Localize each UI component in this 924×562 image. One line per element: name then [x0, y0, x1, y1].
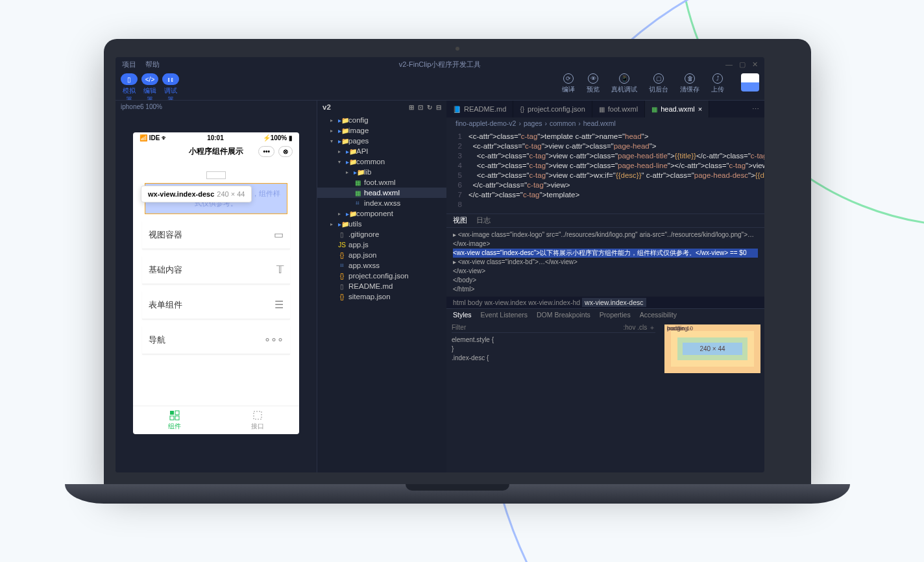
dom-breadcrumbs[interactable]: html body wx-view.index wx-view.index-hd… [446, 297, 764, 308]
toolbar-清缓存[interactable]: 🗑清缓存 [680, 73, 699, 94]
maximize-icon[interactable]: ▢ [739, 60, 746, 69]
tree-item[interactable]: {}app.json [317, 250, 446, 260]
tree-item[interactable]: {}sitemap.json [317, 291, 446, 302]
styles-tab[interactable]: Properties [600, 311, 631, 319]
tree-item[interactable]: ▦head.wxml [317, 188, 446, 198]
menubar: 项目 帮助 v2-FinClip小程序开发工具 — ▢ ✕ [116, 57, 764, 71]
phone-simulator: 📶 IDE ᯤ 10:01 ⚡100% ▮ 小程序组件展示 ••• ⊗ wx-v… [133, 132, 299, 434]
tree-item[interactable]: ▦foot.wxml [317, 177, 446, 188]
capsule-close-icon[interactable]: ⊗ [278, 146, 293, 157]
code-line[interactable]: </c-attr">class="c-tag">template> [468, 190, 764, 200]
editor-tab[interactable]: ▦foot.wxml [592, 101, 645, 117]
tree-item[interactable]: ▸▸📁API [317, 146, 446, 156]
tree-item[interactable]: ▸▸📁component [317, 208, 446, 219]
editor-tab[interactable]: {}project.config.json [513, 101, 592, 117]
code-line[interactable]: <c-attr">class="c-tag">template c-attr">… [468, 132, 764, 141]
device-info: iphone6 100% [116, 101, 317, 113]
code-line[interactable]: <c-attr">class="c-tag">view c-attr">clas… [468, 161, 764, 171]
pill-debugger[interactable]: ⫾⫾ [162, 73, 179, 85]
status-right: ⚡100% ▮ [263, 134, 293, 141]
tabbar-components[interactable]: 组件 [133, 406, 216, 434]
editor-tab[interactable]: ▦head.wxml× [645, 101, 709, 117]
new-folder-icon[interactable]: ⊡ [418, 104, 423, 111]
pill-simulator[interactable]: ▯ [121, 73, 138, 85]
styles-tab[interactable]: Accessibility [640, 311, 677, 319]
status-left: 📶 IDE ᯤ [140, 134, 168, 141]
toolbar-预览[interactable]: 👁预览 [587, 73, 600, 94]
svg-rect-2 [170, 416, 174, 420]
code-line[interactable]: <c-attr">class="c-tag">view c-attr">clas… [468, 151, 764, 161]
close-icon[interactable]: ✕ [752, 60, 758, 69]
refresh-icon[interactable]: ↻ [427, 104, 432, 111]
breadcrumbs: fino-applet-demo-v2›pages›common›head.wx… [446, 117, 764, 129]
status-time: 10:01 [207, 134, 224, 141]
new-file-icon[interactable]: ⊞ [409, 104, 414, 111]
tree-item[interactable]: ▸▸📁lib [317, 167, 446, 177]
explorer-root[interactable]: v2 [322, 103, 331, 111]
styles-tab[interactable]: Styles [453, 311, 472, 319]
tree-item[interactable]: ▾▸📁common [317, 156, 446, 167]
editor-tabs: 📘README.md{}project.config.json▦foot.wxm… [446, 101, 764, 117]
tree-item[interactable]: {}project.config.json [317, 271, 446, 281]
window-title: v2-FinClip小程序开发工具 [399, 60, 481, 69]
inspector-tooltip: wx-view.index-desc240 × 44 [141, 186, 252, 202]
toolbar-真机调试[interactable]: 📱真机调试 [611, 73, 637, 94]
tree-item[interactable]: ▸▸📁utils [317, 219, 446, 229]
list-item[interactable]: 导航∘∘∘ [142, 326, 290, 354]
tree-item[interactable]: ⌗index.wxss [317, 198, 446, 208]
devtools-tab-view[interactable]: 视图 [453, 216, 467, 225]
menu-project[interactable]: 项目 [122, 60, 136, 69]
styles-tab[interactable]: Event Listeners [481, 311, 528, 319]
tabs-more-icon[interactable]: ⋯ [747, 105, 764, 114]
toolbar-编译[interactable]: ⟳编译 [562, 73, 575, 94]
svg-rect-4 [254, 411, 261, 419]
tree-item[interactable]: ▸▸📁image [317, 125, 446, 136]
tree-item[interactable]: ▯.gitignore [317, 229, 446, 239]
list-item[interactable]: 基础内容𝕋 [142, 256, 290, 284]
editor-tab[interactable]: 📘README.md [446, 101, 513, 117]
styles-filter[interactable]: Filter [452, 323, 466, 332]
styles-hov[interactable]: :hov .cls ＋ [624, 323, 655, 332]
code-line[interactable]: <c-attr">class="c-tag">view c-attr">clas… [468, 141, 764, 151]
collapse-icon[interactable]: ⊟ [436, 104, 441, 111]
logo-placeholder [206, 171, 226, 179]
code-line[interactable]: </c-attr">class="c-tag">view> [468, 180, 764, 190]
tree-item[interactable]: ⌗app.wxss [317, 260, 446, 271]
minimize-icon[interactable]: — [725, 60, 733, 69]
styles-tab[interactable]: DOM Breakpoints [537, 311, 590, 319]
tabbar-api[interactable]: 接口 [216, 406, 299, 434]
tree-item[interactable]: ▸▸📁config [317, 115, 446, 125]
toolbar-切后台[interactable]: ▢切后台 [649, 73, 668, 94]
tree-item[interactable]: JSapp.js [317, 239, 446, 250]
tree-item[interactable]: ▯README.md [317, 281, 446, 291]
toolbar-上传[interactable]: ⤴上传 [711, 73, 724, 94]
avatar[interactable] [741, 73, 759, 92]
nav-title: 小程序组件展示 [189, 146, 243, 157]
svg-rect-3 [175, 416, 179, 420]
list-item[interactable]: 表单组件☰ [142, 291, 290, 319]
toolbar: ▯ </> ⫾⫾ 模拟器 编辑器 调试器 ⟳编译👁预览📱真机调试▢切后台🗑清缓存… [116, 71, 764, 100]
devtools-tab-log[interactable]: 日志 [476, 216, 491, 225]
svg-rect-0 [170, 411, 174, 415]
dom-tree[interactable]: ▸ <wx-image class="index-logo" src="../r… [446, 228, 764, 297]
tree-item[interactable]: ▾▸📁pages [317, 136, 446, 146]
svg-rect-1 [175, 411, 179, 415]
list-item[interactable]: 视图容器▭ [142, 221, 290, 249]
pill-editor[interactable]: </> [141, 73, 158, 85]
laptop-frame: 项目 帮助 v2-FinClip小程序开发工具 — ▢ ✕ ▯ </> ⫾⫾ 模… [104, 39, 811, 504]
code-line[interactable]: <c-attr">class="c-tag">view c-attr">wx:i… [468, 171, 764, 180]
box-model: margin 10 border - padding - 240 × 44 [661, 321, 764, 472]
menu-help[interactable]: 帮助 [145, 60, 160, 69]
capsule-menu-icon[interactable]: ••• [258, 146, 274, 157]
